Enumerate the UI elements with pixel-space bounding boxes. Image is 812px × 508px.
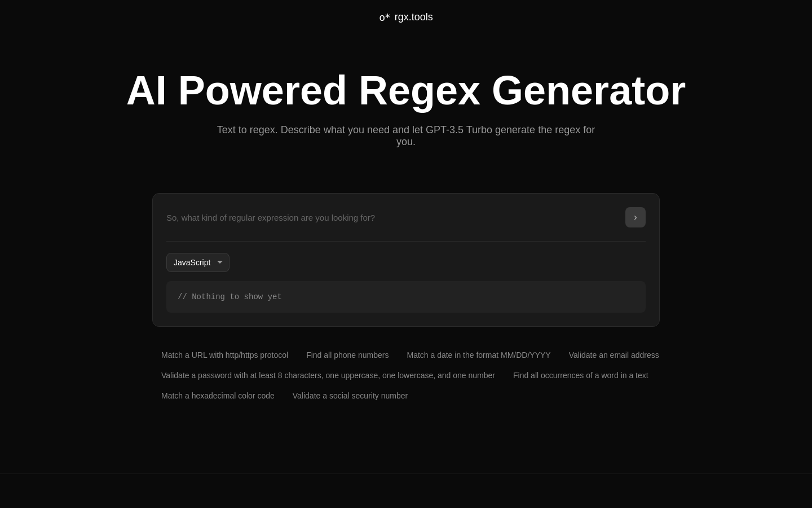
suggestion-row-1: Match a URL with http/https protocol Fin… bbox=[152, 345, 660, 365]
suggestion-row-2: Validate a password with at least 8 char… bbox=[152, 365, 660, 386]
language-select[interactable]: JavaScript Python PHP Ruby Java bbox=[166, 253, 230, 272]
footer-divider bbox=[0, 474, 812, 474]
suggestion-row-3: Match a hexadecimal color code Validate … bbox=[152, 386, 660, 406]
input-row: › bbox=[166, 207, 646, 227]
suggestion-date[interactable]: Match a date in the format MM/DD/YYYY bbox=[398, 345, 559, 365]
logo-icon: o* bbox=[379, 11, 390, 23]
suggestion-hex[interactable]: Match a hexadecimal color code bbox=[152, 386, 284, 406]
suggestion-phone[interactable]: Find all phone numbers bbox=[297, 345, 398, 365]
hero-section: AI Powered Regex Generator Text to regex… bbox=[0, 34, 812, 170]
card-divider bbox=[166, 241, 646, 242]
hero-subtitle: Text to regex. Describe what you need an… bbox=[209, 124, 603, 148]
main-card: › JavaScript Python PHP Ruby Java // Not… bbox=[152, 193, 660, 327]
logo-text: rgx.tools bbox=[395, 11, 433, 23]
suggestion-password[interactable]: Validate a password with at least 8 char… bbox=[152, 365, 504, 386]
code-output: // Nothing to show yet bbox=[166, 281, 646, 313]
suggestion-email[interactable]: Validate an email address bbox=[560, 345, 668, 365]
code-placeholder-text: // Nothing to show yet bbox=[178, 292, 282, 301]
suggestion-ssn[interactable]: Validate a social security number bbox=[284, 386, 417, 406]
prompt-input[interactable] bbox=[166, 211, 619, 225]
suggestion-word[interactable]: Find all occurrences of a word in a text bbox=[504, 365, 657, 386]
suggestions-section: Match a URL with http/https protocol Fin… bbox=[152, 345, 660, 406]
suggestion-url[interactable]: Match a URL with http/https protocol bbox=[152, 345, 297, 365]
page-title: AI Powered Regex Generator bbox=[126, 68, 686, 113]
submit-button[interactable]: › bbox=[625, 207, 646, 227]
navbar: o* rgx.tools bbox=[0, 0, 812, 34]
